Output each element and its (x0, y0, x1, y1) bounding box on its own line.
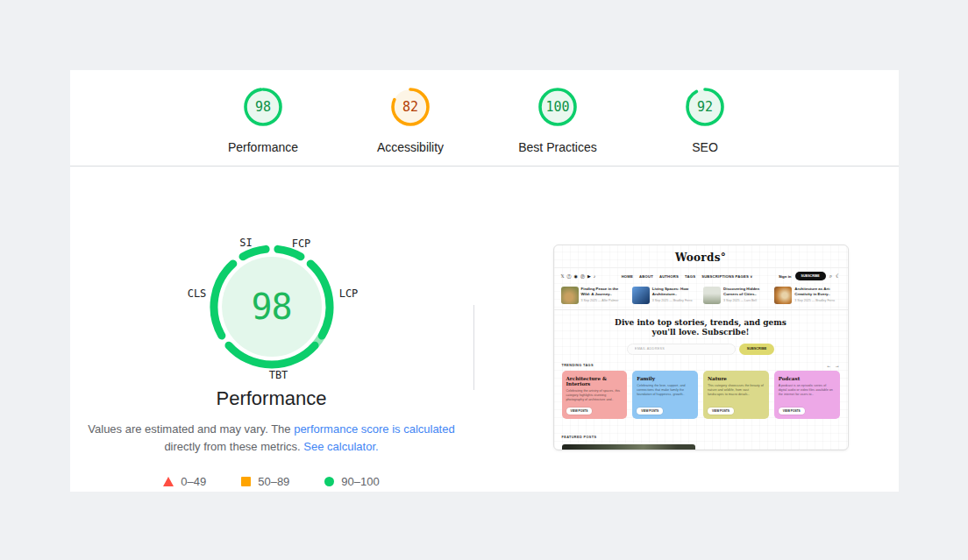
performance-score: 98 (202, 237, 342, 377)
trending-tags-label: TRENDING TAGS (562, 364, 594, 367)
mini-post-meta: 3 Sep 2025 — Allie Palmer (581, 299, 627, 302)
nav-item-about: ABOUT (639, 274, 653, 279)
category-description: A podcast is an episodic series of digit… (779, 384, 836, 398)
dark-mode-icon: ☾ (836, 273, 840, 279)
featured-posts-label: FEATURED POSTS (562, 436, 597, 439)
legend-range: 50–89 (258, 475, 289, 488)
featured-posts-row: FEATURED POSTS (554, 426, 848, 442)
circle-marker-icon (324, 477, 334, 486)
category-cards-row: Architecture & Interiors Celebrating the… (554, 368, 848, 419)
featured-post-photo (562, 444, 695, 451)
screenshot-column: Woords° 𝕏ⓕ◉ⓟ▶♪ HOMEABOUTAUTHORSTAGSSUBSC… (474, 167, 899, 492)
lion-photo (561, 287, 579, 304)
x-icon: 𝕏 (561, 273, 565, 279)
next-arrow-icon: → (835, 363, 840, 368)
mini-post-text: Living Spaces: How Architecture.. 3 Sep … (652, 287, 698, 304)
metric-label-lcp: LCP (339, 287, 359, 300)
category-name: Family (637, 376, 694, 381)
mini-post-card: Finding Peace in the Wild: A Journey.. 3… (561, 287, 627, 304)
nav-item-subscriptions-pages: SUBSCRIPTIONS PAGES ∨ (701, 274, 752, 279)
gauge-score: 98 (242, 86, 284, 128)
signin-link: Sign in (779, 274, 792, 279)
score-gauge-performance[interactable]: 98 Performance (221, 82, 305, 154)
score-legend: 0–49 50–89 90–100 (70, 475, 473, 488)
van-photo (703, 287, 721, 304)
category-gauges-row: 98 Performance 82 Accessibility 100 Best… (221, 82, 747, 154)
legend-item-triangle: 0–49 (163, 475, 206, 488)
performance-gauge-column: 98 SI FCP LCP TBT CLS Performance Values… (70, 167, 473, 492)
legend-item-circle: 90–100 (324, 475, 379, 488)
tiktok-icon: ♪ (594, 273, 596, 279)
metric-label-si: SI (239, 237, 252, 249)
social-icons: 𝕏ⓕ◉ⓟ▶♪ (561, 273, 596, 279)
gauge-label: Accessibility (377, 140, 444, 154)
site-nav: HOMEABOUTAUTHORSTAGSSUBSCRIPTIONS PAGES … (622, 274, 753, 279)
pinterest-icon: ⓟ (580, 273, 585, 279)
score-calc-link[interactable]: performance score is calculated (294, 422, 455, 436)
category-card-nature: Nature This category showcases the beaut… (703, 371, 769, 419)
hero-headline: Dive into top stories, trends, and gems … (609, 318, 793, 338)
site-actions: Sign in SUBSCRIBE ⌕ ☾ (779, 272, 841, 280)
disclaimer-text-1: Values are estimated and may vary. The (88, 422, 294, 436)
site-screenshot-thumbnail[interactable]: Woords° 𝕏ⓕ◉ⓟ▶♪ HOMEABOUTAUTHORSTAGSSUBSC… (553, 245, 849, 450)
mini-post-meta: 3 Sep 2025 — Bradley Ferro (652, 299, 698, 302)
facebook-icon: ⓕ (567, 273, 572, 279)
gauge-ring: 82 (389, 86, 431, 128)
triangle-marker-icon (163, 477, 174, 486)
prev-arrow-icon: ← (827, 363, 832, 368)
search-icon: ⌕ (829, 273, 832, 279)
gauge-score: 82 (389, 86, 431, 128)
gauge-score: 92 (684, 86, 726, 128)
mini-post-card: Living Spaces: How Architecture.. 3 Sep … (632, 287, 698, 304)
see-calculator-link[interactable]: See calculator. (303, 440, 378, 453)
metric-label-cls: CLS (188, 287, 207, 300)
view-posts-button: VIEW POSTS (708, 408, 734, 415)
hero-subscribe-button: SUBSCRIBE (739, 344, 774, 355)
score-gauge-best-practices[interactable]: 100 Best Practices (516, 82, 600, 154)
subscribe-form: SUBSCRIBE (554, 344, 848, 355)
gauge-ring: 100 (537, 86, 579, 128)
mini-post-text: Finding Peace in the Wild: A Journey.. 3… (581, 287, 627, 304)
category-card-architecture-interiors: Architecture & Interiors Celebrating the… (562, 371, 628, 419)
view-posts-button: VIEW POSTS (566, 408, 593, 415)
category-description: Celebrating the artistry of spaces, this… (566, 389, 623, 403)
performance-title: Performance (70, 387, 473, 410)
subscribe-pill-button: SUBSCRIBE (795, 272, 826, 280)
gauge-ring: 98 (242, 86, 284, 128)
mini-post-title: Finding Peace in the Wild: A Journey.. (581, 287, 627, 297)
nav-item-authors: AUTHORS (659, 274, 679, 279)
youtube-icon: ▶ (587, 273, 591, 279)
view-posts-button: VIEW POSTS (637, 408, 663, 415)
nav-item-tags: TAGS (685, 274, 695, 279)
gauge-score: 100 (537, 86, 579, 128)
legend-range: 90–100 (341, 475, 379, 488)
category-name: Podcast (779, 376, 836, 381)
gauge-ring: 92 (684, 86, 726, 128)
category-description: Celebrating the love, support, and conne… (637, 384, 694, 398)
metric-label-fcp: FCP (292, 237, 311, 250)
gauge-label: Performance (228, 140, 298, 154)
performance-gauge[interactable]: 98 SI FCP LCP TBT CLS (202, 237, 342, 377)
square-marker-icon (241, 477, 251, 486)
score-gauge-accessibility[interactable]: 82 Accessibility (368, 82, 452, 154)
instagram-icon: ◉ (574, 273, 578, 279)
carousel-arrows: ← → (827, 363, 840, 368)
mini-post-text: Architecture as Art: Creativity in Every… (794, 287, 840, 304)
mini-post-title: Architecture as Art: Creativity in Every… (794, 287, 840, 297)
site-logo: Woords° (554, 245, 848, 264)
score-gauge-seo[interactable]: 92 SEO (663, 82, 747, 154)
metric-label-tbt: TBT (269, 369, 288, 381)
legend-item-square: 50–89 (241, 475, 289, 488)
site-topbar: 𝕏ⓕ◉ⓟ▶♪ HOMEABOUTAUTHORSTAGSSUBSCRIPTIONS… (554, 267, 848, 284)
mini-post-card: Architecture as Art: Creativity in Every… (774, 287, 840, 304)
mini-post-meta: 3 Sep 2025 — Lars Bell (723, 299, 769, 302)
nav-item-home: HOME (622, 274, 633, 279)
score-summary-card: 98 Performance 82 Accessibility 100 Best… (70, 70, 899, 167)
gauge-label: SEO (692, 140, 718, 154)
gauge-label: Best Practices (518, 140, 596, 154)
legend-range: 0–49 (181, 475, 206, 488)
mini-post-title: Living Spaces: How Architecture.. (652, 287, 698, 297)
category-card-family: Family Celebrating the love, support, an… (632, 371, 698, 419)
mini-post-meta: 3 Sep 2025 — Bradley Ferro (794, 299, 840, 302)
category-name: Nature (708, 376, 765, 381)
